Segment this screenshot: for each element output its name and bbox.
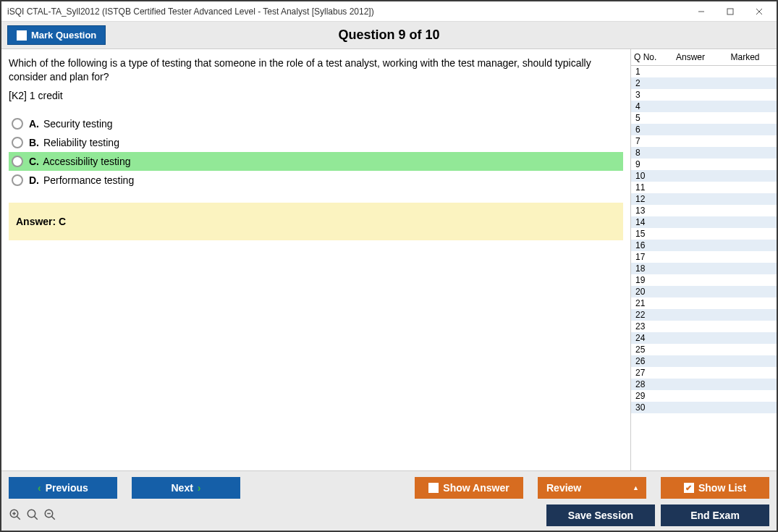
list-row[interactable]: 3: [631, 89, 777, 101]
list-row[interactable]: 25: [631, 344, 777, 355]
option-text: Performance testing: [43, 174, 134, 186]
review-button[interactable]: Review ▲: [538, 477, 646, 499]
list-header: Q No. Answer Marked: [631, 49, 777, 66]
option-letter: C.: [29, 156, 39, 167]
svg-line-9: [34, 516, 38, 520]
list-row[interactable]: 26: [631, 355, 777, 367]
checkbox-icon: [17, 30, 27, 41]
show-list-label: Show List: [698, 482, 746, 494]
minimize-button[interactable]: [687, 3, 716, 20]
question-list-panel: Q No. Answer Marked 12345678910111213141…: [630, 49, 777, 470]
list-row[interactable]: 13: [631, 205, 777, 216]
show-list-button[interactable]: ✔ Show List: [661, 477, 769, 499]
radio-icon: [12, 174, 23, 186]
radio-icon: [12, 118, 23, 130]
answer-box: Answer: C: [9, 203, 623, 240]
option-row[interactable]: B. Reliability testing: [9, 133, 623, 152]
option-text: Security testing: [43, 118, 113, 130]
col-answer: Answer: [664, 52, 716, 62]
review-label: Review: [546, 482, 581, 494]
radio-icon: [12, 137, 23, 148]
svg-rect-1: [727, 9, 733, 14]
svg-line-11: [51, 516, 55, 520]
next-button[interactable]: Next ›: [132, 477, 240, 499]
list-row[interactable]: 2: [631, 77, 777, 89]
list-row[interactable]: 9: [631, 159, 777, 170]
credit-text: [K2] 1 credit: [9, 90, 623, 101]
option-letter: A.: [29, 118, 39, 130]
window-controls: [687, 3, 774, 20]
zoom-out-icon[interactable]: [43, 508, 56, 523]
footer: ‹ Previous Next › Show Answer Review ▲ ✔…: [1, 470, 777, 531]
list-row[interactable]: 5: [631, 112, 777, 124]
svg-line-5: [17, 516, 20, 520]
option-letter: D.: [29, 174, 39, 186]
list-row[interactable]: 23: [631, 321, 777, 332]
list-row[interactable]: 4: [631, 101, 777, 112]
list-row[interactable]: 14: [631, 216, 777, 228]
footer-row-1: ‹ Previous Next › Show Answer Review ▲ ✔…: [9, 477, 769, 499]
list-row[interactable]: 30: [631, 402, 777, 413]
options-list: A. Security testingB. Reliability testin…: [9, 114, 623, 190]
list-row[interactable]: 16: [631, 240, 777, 251]
option-row[interactable]: D. Performance testing: [9, 171, 623, 190]
option-row[interactable]: A. Security testing: [9, 114, 623, 133]
list-row[interactable]: 1: [631, 66, 777, 77]
list-row[interactable]: 24: [631, 332, 777, 344]
chevron-right-icon: ›: [198, 482, 201, 494]
list-body[interactable]: 1234567891011121314151617181920212223242…: [631, 66, 777, 470]
header-bar: Mark Question Question 9 of 10: [1, 22, 777, 49]
previous-label: Previous: [46, 482, 88, 494]
col-qno: Q No.: [634, 52, 664, 62]
app-window: iSQI CTAL-TA_Syll2012 (ISTQB Certified T…: [0, 0, 778, 532]
zoom-controls: [9, 508, 56, 523]
list-row[interactable]: 7: [631, 135, 777, 147]
chevron-left-icon: ‹: [38, 482, 41, 494]
svg-point-8: [28, 510, 35, 518]
save-session-button[interactable]: Save Session: [546, 504, 655, 526]
end-exam-button[interactable]: End Exam: [661, 504, 769, 526]
list-row[interactable]: 27: [631, 367, 777, 379]
list-row[interactable]: 8: [631, 147, 777, 159]
mark-question-label: Mark Question: [31, 30, 96, 41]
list-row[interactable]: 19: [631, 274, 777, 286]
list-row[interactable]: 11: [631, 182, 777, 193]
main-area: Which of the following is a type of test…: [1, 49, 630, 470]
list-row[interactable]: 28: [631, 379, 777, 390]
col-marked: Marked: [716, 52, 774, 62]
radio-icon: [12, 156, 23, 167]
end-exam-label: End Exam: [690, 510, 740, 521]
list-row[interactable]: 20: [631, 286, 777, 297]
checkbox-icon: [428, 483, 439, 493]
option-text: Accessibility testing: [43, 156, 130, 167]
option-text: Reliability testing: [43, 137, 119, 148]
triangle-up-icon: ▲: [633, 484, 639, 491]
mark-question-button[interactable]: Mark Question: [7, 25, 106, 45]
window-title: iSQI CTAL-TA_Syll2012 (ISTQB Certified T…: [4, 7, 687, 17]
zoom-in-icon[interactable]: [9, 508, 22, 523]
save-session-label: Save Session: [568, 510, 633, 521]
footer-row-2: Save Session End Exam: [9, 504, 769, 526]
maximize-button[interactable]: [716, 3, 745, 20]
check-icon: ✔: [684, 483, 694, 493]
list-row[interactable]: 10: [631, 170, 777, 182]
zoom-reset-icon[interactable]: [26, 508, 39, 523]
list-row[interactable]: 12: [631, 193, 777, 205]
list-row[interactable]: 18: [631, 263, 777, 274]
previous-button[interactable]: ‹ Previous: [9, 477, 117, 499]
show-answer-button[interactable]: Show Answer: [415, 477, 523, 499]
content-row: Which of the following is a type of test…: [1, 49, 777, 470]
titlebar: iSQI CTAL-TA_Syll2012 (ISTQB Certified T…: [1, 1, 777, 22]
option-row[interactable]: C. Accessibility testing: [9, 152, 623, 171]
list-row[interactable]: 6: [631, 124, 777, 135]
next-label: Next: [171, 482, 193, 494]
list-row[interactable]: 29: [631, 390, 777, 402]
list-row[interactable]: 17: [631, 251, 777, 263]
list-row[interactable]: 15: [631, 228, 777, 240]
close-button[interactable]: [745, 3, 774, 20]
show-answer-label: Show Answer: [443, 482, 509, 494]
question-counter: Question 9 of 10: [1, 28, 777, 43]
question-text: Which of the following is a type of test…: [9, 56, 623, 84]
list-row[interactable]: 22: [631, 309, 777, 321]
list-row[interactable]: 21: [631, 297, 777, 309]
